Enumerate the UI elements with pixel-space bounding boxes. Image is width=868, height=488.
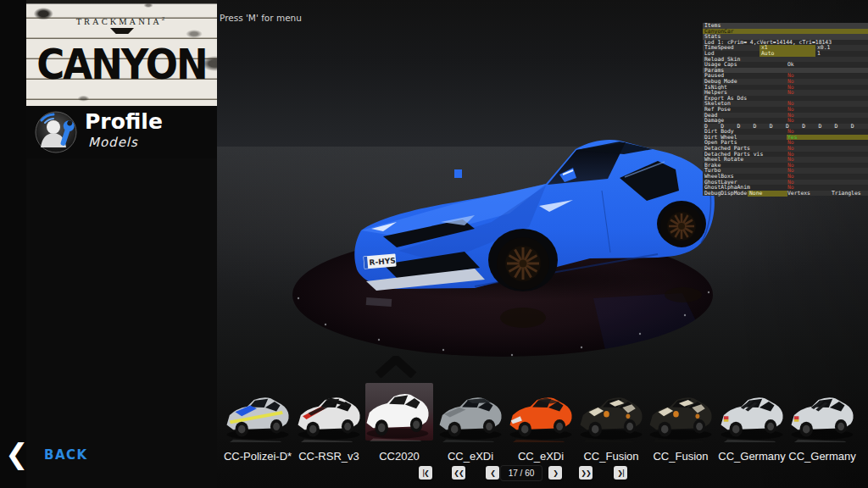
debug-row[interactable]: IsNightNo bbox=[703, 85, 868, 91]
trackmania-canyon-logo: TRACKMANIA2 CANYON bbox=[26, 0, 217, 106]
debug-row[interactable]: DebugDispModeNoneVertexsTriangles bbox=[703, 191, 868, 197]
debug-row[interactable]: Ref PoseNo bbox=[703, 107, 868, 113]
debug-row[interactable]: BrakeNo bbox=[703, 163, 868, 169]
fast-next-button[interactable]: ❯❯ bbox=[579, 466, 593, 480]
debug-row[interactable]: DeadNo bbox=[703, 113, 868, 119]
left-panel: TRACKMANIA2 CANYON Profile Models BACK bbox=[26, 0, 217, 488]
menu-hint: Press 'M' for menu bbox=[220, 13, 302, 23]
canyon-title: CANYON bbox=[26, 39, 217, 88]
car-3d-view[interactable]: R-HYS bbox=[280, 119, 721, 373]
profile-title: Profile bbox=[85, 109, 163, 134]
carousel-up-arrow[interactable] bbox=[375, 356, 417, 381]
model-name[interactable]: CC_Germany bbox=[777, 450, 867, 463]
front-wheel bbox=[488, 229, 558, 291]
next-button[interactable]: ❯ bbox=[548, 466, 562, 480]
debug-row[interactable]: TimeSpeedx1x0.1 bbox=[703, 45, 868, 51]
debug-row[interactable]: Usage CapsOk bbox=[703, 62, 868, 68]
profile-subtitle: Models bbox=[88, 135, 138, 150]
debug-row[interactable]: Wheel RotateNo bbox=[703, 157, 868, 163]
prev-button[interactable]: ❮ bbox=[486, 466, 499, 480]
debug-row[interactable]: Debug ModeNo bbox=[703, 79, 868, 85]
debug-panel: ItemsCanyonCarStatsLod 1: cPrim= 4,cVert… bbox=[703, 23, 868, 196]
profile-icon bbox=[33, 108, 81, 156]
fast-prev-button[interactable]: ❮❮ bbox=[452, 466, 465, 480]
model-thumbnail[interactable]: CC_Germany bbox=[784, 381, 860, 476]
debug-row: Params bbox=[703, 68, 868, 74]
back-button[interactable]: BACK bbox=[44, 447, 88, 463]
left-edge-bar: ❮ bbox=[0, 0, 26, 488]
profile-header[interactable]: Profile Models bbox=[26, 106, 217, 158]
last-page-button[interactable]: ❯| bbox=[614, 466, 627, 480]
page-counter: 17 / 60 bbox=[501, 466, 542, 480]
first-page-button[interactable]: |❮ bbox=[419, 466, 432, 480]
tm-mark bbox=[110, 28, 134, 34]
collapse-chevron-icon[interactable]: ❮ bbox=[5, 437, 29, 470]
debug-row[interactable]: CanyonCar bbox=[703, 29, 868, 35]
